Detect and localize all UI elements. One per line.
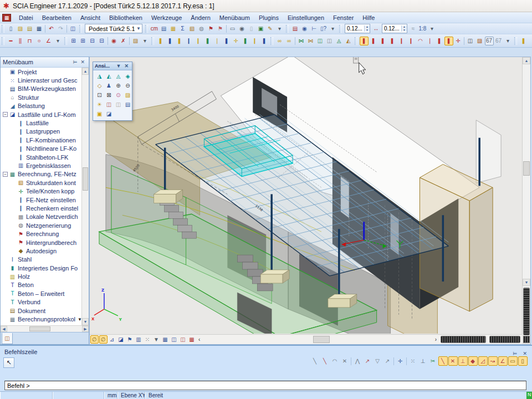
menu-werkzeuge[interactable]: Werkzeuge <box>147 13 186 22</box>
picture-gallery-icon[interactable]: ▨ <box>475 37 484 45</box>
menu-ansicht[interactable]: Ansicht <box>76 13 105 22</box>
scale-factor-icon[interactable]: 1:8 <box>418 24 427 33</box>
snap-angle-icon[interactable]: ∠ <box>498 356 508 366</box>
tree-item-teile-knoten-kopp[interactable]: ✛Teile/Knoten kopp <box>1 187 89 195</box>
snap-node-icon[interactable]: ◆ <box>468 356 478 366</box>
view-toolbox-header[interactable]: Ansi... ▼ ✕ <box>93 62 132 70</box>
overflow-chevron-icon[interactable]: ▾ <box>141 37 150 45</box>
display-slabs-icon[interactable]: ❚ <box>378 37 387 45</box>
clipping-box-icon[interactable]: ▣ <box>95 110 104 119</box>
snap-circle-icon[interactable]: ◠ <box>330 356 340 366</box>
section-view-icon[interactable]: ◪ <box>117 335 125 344</box>
overflow-chevron-icon[interactable]: ▾ <box>427 24 436 33</box>
display-results-icon[interactable]: ❚ <box>444 37 453 45</box>
orthogonal-mode-icon[interactable]: ⊥ <box>418 356 428 366</box>
title-bar[interactable]: ✱ SCIA Engineer 17.1.2029 - [Podest Türk… <box>0 0 532 12</box>
link-nodes-icon[interactable]: ◫ <box>316 37 325 45</box>
picture-to-document-icon[interactable]: ▣ <box>257 24 265 33</box>
snap-segment-icon[interactable]: ↗ <box>383 356 392 366</box>
dot-grid-icon[interactable]: ⁙ <box>408 356 418 366</box>
tree-item-beton[interactable]: TBeton <box>1 281 89 289</box>
viewport-vertical-scrollbar[interactable]: ▲ ▼ <box>522 57 530 334</box>
menu-einstellungen[interactable]: Einstellungen <box>283 13 329 22</box>
print-preview-icon[interactable]: ◉ <box>238 24 247 33</box>
engineering-report-icon[interactable]: ▤ <box>291 24 300 33</box>
check-structure-icon[interactable]: ◉ <box>110 37 119 45</box>
tree-item-berechnungsprotokol[interactable]: ▦Berechnungsprotokol▼ <box>1 315 89 323</box>
support-display-icon[interactable]: ❙ <box>185 37 193 45</box>
mesh-ball-icon[interactable]: ◍ <box>197 24 206 33</box>
weight-display-icon[interactable]: ▼ <box>152 335 161 344</box>
measure-distance-icon[interactable]: ⊢ <box>310 24 319 33</box>
calculator-icon[interactable]: ▦ <box>169 24 178 33</box>
filter-triangle-icon[interactable]: ⊿ <box>108 335 116 344</box>
close-icon[interactable]: ✕ <box>79 59 86 65</box>
display-supports-icon[interactable]: ❙ <box>397 37 406 45</box>
snap-arc-center-icon[interactable]: ↝ <box>488 356 498 366</box>
magnet-snap-icon[interactable]: ∅ <box>90 335 99 344</box>
open-project-icon[interactable]: ▨ <box>16 24 25 33</box>
dimension-line-icon[interactable]: || <box>16 37 25 45</box>
tree-item-verbund[interactable]: TVerbund <box>1 298 89 306</box>
scale-loads-icon[interactable]: ↔ <box>371 24 380 33</box>
scroll-down-icon[interactable]: ▼ <box>82 318 89 325</box>
tree-item-autodesign[interactable]: ◆Autodesign <box>1 247 89 255</box>
load-scale-input[interactable] <box>345 25 364 32</box>
view-perspective-icon[interactable]: ◇ <box>95 81 104 90</box>
menu-plugins[interactable]: Plugins <box>254 13 283 22</box>
numbering-icon[interactable]: ▦ <box>161 335 170 344</box>
snap-plane-icon[interactable]: ▽ <box>373 356 382 366</box>
copy-picture-icon[interactable]: ◫ <box>114 100 123 109</box>
overflow-chevron-icon[interactable]: ▾ <box>504 37 513 45</box>
tree-item-hintergrundberech[interactable]: ⚑Hintergrundberech <box>1 238 89 247</box>
edit-document-icon[interactable]: ✎ <box>266 24 275 33</box>
expander-icon[interactable]: − <box>3 172 8 177</box>
scroll-up-icon[interactable]: ▲ <box>82 68 89 75</box>
command-input[interactable] <box>4 381 526 390</box>
menu-bibliotheken[interactable]: Bibliotheken <box>105 13 147 22</box>
tree-item-fe-netz-einstellen[interactable]: ❙FE-Netz einstellen <box>1 196 89 204</box>
copy-add-icon[interactable]: ⊞ <box>69 37 78 45</box>
dimension-grid-style-icon[interactable]: ▭ <box>508 356 518 366</box>
resize-corner[interactable] <box>523 336 530 343</box>
menu-bearbeiten[interactable]: Bearbeiten <box>38 13 76 22</box>
menu-men-baum[interactable]: Menübaum <box>215 13 254 22</box>
labels-display-icon[interactable]: ❙ <box>250 37 259 45</box>
snap-vertex-icon[interactable]: ⋀ <box>353 356 362 366</box>
document-icon[interactable]: ▯ <box>247 24 256 33</box>
draw-line-icon[interactable]: ━ <box>7 37 16 45</box>
tree-item-stahlbeton-lfk[interactable]: ❙Stahlbeton-LFK <box>1 153 89 161</box>
hinge-display-icon[interactable]: ❙ <box>194 37 203 45</box>
display-columns-icon[interactable]: ❚ <box>369 37 378 45</box>
tree-item-berechnung[interactable]: ⚑Berechnung <box>1 229 89 238</box>
save-icon[interactable]: ▦ <box>35 24 44 33</box>
scroll-down-icon[interactable]: ▼ <box>523 279 530 286</box>
view-x-icon[interactable]: ◮ <box>95 72 104 81</box>
clipboard-picture-icon[interactable]: ▧ <box>188 24 197 33</box>
saved-view-icon[interactable]: 67 <box>494 37 503 45</box>
model-3d-view[interactable]: 3400 4500 1138 X Y Z <box>90 57 522 334</box>
menu-tree-tab[interactable]: ◫ <box>2 333 13 344</box>
document-view-icon[interactable]: ◫ <box>170 335 178 344</box>
save-picture-icon[interactable]: ◫ <box>466 37 475 45</box>
xy-diagram-icon[interactable]: Σ <box>178 24 187 33</box>
zoom-in-icon[interactable]: ⊕ <box>114 81 123 90</box>
tree-vertical-scrollbar[interactable]: ▲ ▼ <box>81 68 89 325</box>
model-data-display-icon[interactable]: ❚ <box>241 37 250 45</box>
tree-item-nichtlineare-lf-ko[interactable]: ❙Nichtlineare LF-Ko <box>1 145 89 153</box>
tree-item-lastfälle[interactable]: ❙Lastfälle <box>1 119 89 127</box>
spinner-arrows-icon[interactable]: ▲▼ <box>364 25 370 32</box>
raster-style-icon[interactable]: ▯ <box>518 356 528 366</box>
scroll-left-icon[interactable]: ◀ <box>1 326 7 332</box>
tree-item-lf-kombinationen[interactable]: ❙LF-Kombinationen <box>1 136 89 144</box>
beam-display-icon[interactable]: ❚ <box>156 37 165 45</box>
tree-item-belastung[interactable]: ◢Belastung <box>1 102 89 110</box>
saved-view-active-icon[interactable]: 67 <box>485 37 494 45</box>
snap-intersection-icon[interactable]: ✕ <box>448 356 458 366</box>
menu-fenster[interactable]: Fenster <box>329 13 358 22</box>
magnet-snap-plane-icon[interactable]: ∅ <box>99 335 108 344</box>
local-axes-display-icon[interactable]: ✛ <box>232 37 241 45</box>
snap-line-icon[interactable]: ╲ <box>310 356 320 366</box>
close-icon[interactable]: ✕ <box>521 351 529 356</box>
view-axonometric-icon[interactable]: ◈ <box>124 72 132 81</box>
